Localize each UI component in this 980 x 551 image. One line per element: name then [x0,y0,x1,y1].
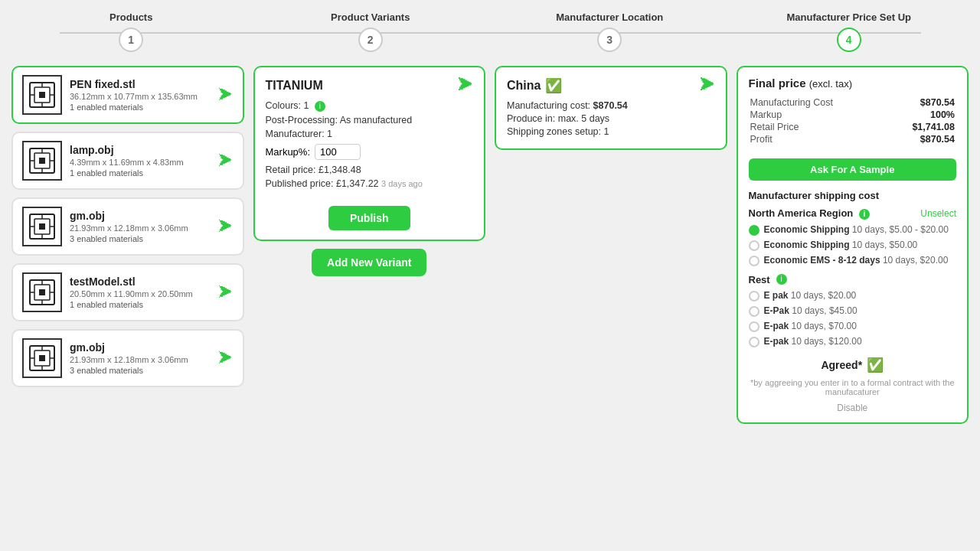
product-info-3: testModel.stl 20.50mm x 11.90mm x 20.50m… [70,276,211,309]
product-materials-1: 1 enabled materials [70,168,211,178]
product-name-0: PEN fixed.stl [70,78,211,90]
north-america-label: North America Region i [749,207,870,220]
stepper-item-2: Product Variants 2 [251,11,491,52]
na-shipping-text-0: Economic Shipping 10 days, $5.00 - $20.0… [764,224,949,235]
rest-radio-2[interactable] [749,321,760,332]
stepper-label-4: Manufacturer Price Set Up [786,11,911,23]
variant-card: TITANIUM ⮞ Colours: 1 i Post-Processing:… [253,66,486,241]
na-radio-1[interactable] [749,240,760,251]
na-info-icon[interactable]: i [859,209,870,220]
product-materials-4: 3 enabled materials [70,366,211,375]
na-shipping-text-2: Economic EMS - 8-12 days 10 days, $20.00 [764,255,949,266]
markup-row: Markup%: [266,144,474,160]
product-name-3: testModel.stl [70,276,211,288]
variant-title-row: TITANIUM ⮞ [266,77,474,94]
rest-shipping-option-3[interactable]: E-pak 10 days, $120.00 [749,336,957,347]
agreed-label: Agreed* [821,359,862,371]
location-title-row: China ✅ ⮞ [507,77,715,94]
retail-price-row: Retail price: £1,348.48 [266,165,474,175]
product-arrow-1[interactable]: ⮞ [218,152,234,170]
price-table-row: Manufacturing Cost$870.54 [750,97,956,108]
price-excl-tax: (excl. tax) [809,78,852,90]
retail-price-value: £1,348.48 [318,165,361,175]
publish-button[interactable]: Publish [328,206,410,230]
disable-link[interactable]: Disable [749,403,957,413]
product-card-2[interactable]: gm.obj 21.93mm x 12.18mm x 3.06mm 3 enab… [11,197,244,256]
shipping-zones-value: 1 [604,126,609,137]
markup-input[interactable] [315,144,361,160]
product-card-0[interactable]: PEN fixed.stl 36.12mm x 10.77mm x 135.63… [11,66,244,124]
sample-button[interactable]: Ask For A Sample [749,158,957,181]
product-dims-3: 20.50mm x 11.90mm x 20.50mm [70,289,211,298]
shipping-title: Manufacturer shipping cost [749,190,957,201]
rest-header: Rest i [749,274,957,285]
rest-shipping-option-0[interactable]: E pak 10 days, $20.00 [749,290,957,302]
location-arrow[interactable]: ⮞ [700,77,715,94]
rest-options: E pak 10 days, $20.00 E-Pak 10 days, $45… [749,290,957,347]
variant-arrow[interactable]: ⮞ [458,77,473,94]
product-dims-2: 21.93mm x 12.18mm x 3.06mm [70,223,211,233]
stepper-item-1: Products 1 [11,11,251,52]
product-arrow-4[interactable]: ⮞ [218,350,234,367]
published-price-value: £1,347.22 [336,178,379,189]
product-card-4[interactable]: gm.obj 21.93mm x 12.18mm x 3.06mm 3 enab… [11,329,244,387]
rest-radio-1[interactable] [749,306,760,317]
rest-shipping-option-1[interactable]: E-Pak 10 days, $45.00 [749,305,957,317]
rest-radio-3[interactable] [749,337,760,347]
rest-info-icon[interactable]: i [776,274,787,285]
stepper-circle-3: 3 [597,28,622,52]
variant-postprocessing-row: Post-Processing: As manufactured [266,115,474,126]
north-america-header: North America Region i Unselect [749,207,957,220]
product-arrow-2[interactable]: ⮞ [218,218,234,236]
product-icon-0 [22,75,62,115]
product-dims-1: 4.39mm x 11.69mm x 4.83mm [70,158,211,167]
na-shipping-option-1[interactable]: Economic Shipping 10 days, $50.00 [749,240,957,251]
price-card: Final price (excl. tax) Manufacturing Co… [737,66,969,424]
product-arrow-0[interactable]: ⮞ [218,86,234,104]
product-name-2: gm.obj [70,210,211,222]
stepper: Products 1 Product Variants 2 Manufactur… [11,11,969,52]
na-radio-0[interactable] [749,225,760,236]
location-column: China ✅ ⮞ Manufacturing cost: $870.54 Pr… [495,66,727,540]
variants-column: TITANIUM ⮞ Colours: 1 i Post-Processing:… [253,66,486,540]
price-table-row: Retail Price$1,741.08 [750,122,956,132]
produce-value: max. 5 days [558,113,609,124]
product-name-1: lamp.obj [70,144,211,156]
add-variant-button[interactable]: Add New Variant [312,249,426,276]
product-icon-3 [22,272,62,312]
published-price-row: Published price: £1,347.22 3 days ago [266,178,474,189]
product-icon-1 [22,141,62,181]
rest-shipping-text-2: E-pak 10 days, $70.00 [764,321,857,331]
svg-rect-27 [39,289,45,295]
na-shipping-text-1: Economic Shipping 10 days, $50.00 [764,240,918,250]
svg-rect-34 [39,355,45,361]
product-icon-4 [22,338,62,378]
na-radio-2[interactable] [749,256,760,266]
rest-shipping-text-0: E pak 10 days, $20.00 [764,290,857,301]
product-name-4: gm.obj [70,341,211,354]
product-arrow-3[interactable]: ⮞ [218,284,234,302]
rest-shipping-text-3: E-pak 10 days, $120.00 [764,336,862,347]
product-card-3[interactable]: testModel.stl 20.50mm x 11.90mm x 20.50m… [11,263,244,321]
rest-shipping-option-2[interactable]: E-pak 10 days, $70.00 [749,321,957,332]
unselect-link[interactable]: Unselect [920,208,956,219]
manufacturing-cost-value: $870.54 [593,100,628,111]
price-card-title: Final price (excl. tax) [749,77,957,90]
stepper-label-2: Product Variants [331,11,410,23]
product-info-0: PEN fixed.stl 36.12mm x 10.77mm x 135.63… [70,78,211,112]
rest-section: Rest i E pak 10 days, $20.00 E-Pak 10 da… [749,274,957,347]
na-shipping-option-0[interactable]: Economic Shipping 10 days, $5.00 - $20.0… [749,224,957,236]
stepper-item-4: Manufacturer Price Set Up 4 [730,11,969,52]
svg-rect-6 [39,92,45,98]
na-shipping-option-2[interactable]: Economic EMS - 8-12 days 10 days, $20.00 [749,255,957,266]
colours-info-icon[interactable]: i [315,101,325,112]
product-card-1[interactable]: lamp.obj 4.39mm x 11.69mm x 4.83mm 1 ena… [11,132,244,190]
page-wrapper: Products 1 Product Variants 2 Manufactur… [0,0,980,551]
location-check-icon: ✅ [545,77,562,94]
products-column: PEN fixed.stl 36.12mm x 10.77mm x 135.63… [11,66,244,540]
rest-radio-0[interactable] [749,291,760,302]
agreed-row: Agreed* ✅ [749,357,957,373]
location-name: China [507,79,541,93]
stepper-label-3: Manufacturer Location [556,11,663,23]
svg-rect-20 [39,223,45,230]
